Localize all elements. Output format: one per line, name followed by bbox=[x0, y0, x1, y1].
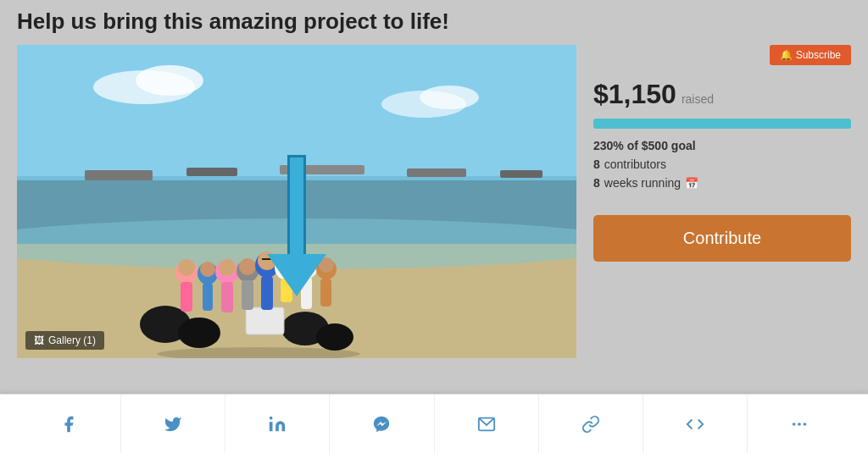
facebook-share-button[interactable] bbox=[17, 395, 121, 453]
svg-point-20 bbox=[178, 259, 195, 276]
svg-rect-9 bbox=[407, 168, 466, 177]
twitter-share-button[interactable] bbox=[121, 395, 225, 453]
share-bar bbox=[0, 394, 868, 453]
svg-rect-7 bbox=[186, 168, 237, 176]
weeks-stat: 8 weeks running 📅 bbox=[593, 176, 851, 190]
scroll-arrow bbox=[267, 155, 326, 296]
amount-value: $1,150 bbox=[593, 79, 676, 110]
more-share-button[interactable] bbox=[748, 395, 851, 453]
subscribe-button[interactable]: 🔔 Subscribe bbox=[770, 45, 851, 65]
embed-button[interactable] bbox=[643, 395, 748, 453]
svg-rect-19 bbox=[181, 282, 192, 312]
amount-raised-row: $1,150 raised bbox=[593, 79, 851, 110]
svg-point-23 bbox=[200, 262, 215, 277]
gallery-badge[interactable]: 🖼 Gallery (1) bbox=[25, 331, 104, 350]
svg-point-48 bbox=[804, 423, 807, 426]
svg-rect-22 bbox=[203, 283, 213, 311]
svg-point-14 bbox=[178, 318, 220, 348]
stats-panel: 🔔 Subscribe $1,150 raised 230% of $500 g… bbox=[593, 45, 851, 262]
svg-point-4 bbox=[420, 86, 479, 109]
svg-point-2 bbox=[136, 65, 203, 96]
messenger-share-button[interactable] bbox=[330, 395, 434, 453]
email-share-button[interactable] bbox=[435, 395, 539, 453]
svg-rect-25 bbox=[221, 282, 233, 312]
raised-label: raised bbox=[682, 92, 714, 106]
svg-point-16 bbox=[316, 323, 353, 351]
linkedin-share-button[interactable] bbox=[225, 395, 330, 453]
image-icon: 🖼 bbox=[34, 334, 44, 346]
svg-rect-17 bbox=[246, 307, 284, 334]
svg-point-26 bbox=[219, 259, 236, 276]
svg-point-46 bbox=[793, 423, 796, 426]
project-image: 🖼 Gallery (1) bbox=[17, 45, 576, 358]
svg-point-29 bbox=[239, 258, 256, 275]
page-title: Help us bring this amazing project to li… bbox=[17, 8, 851, 35]
svg-rect-28 bbox=[242, 280, 253, 310]
contributors-stat: 8 contributors bbox=[593, 157, 851, 171]
contribute-button[interactable]: Contribute bbox=[593, 215, 851, 262]
svg-point-44 bbox=[270, 416, 273, 419]
copy-link-button[interactable] bbox=[539, 395, 643, 453]
calendar-icon: 📅 bbox=[685, 177, 698, 190]
svg-rect-10 bbox=[500, 170, 542, 178]
goal-stat: 230% of $500 goal bbox=[593, 139, 851, 152]
progress-bar bbox=[593, 119, 851, 129]
svg-rect-6 bbox=[85, 170, 153, 180]
progress-bar-fill bbox=[593, 119, 851, 129]
svg-point-47 bbox=[798, 423, 801, 426]
